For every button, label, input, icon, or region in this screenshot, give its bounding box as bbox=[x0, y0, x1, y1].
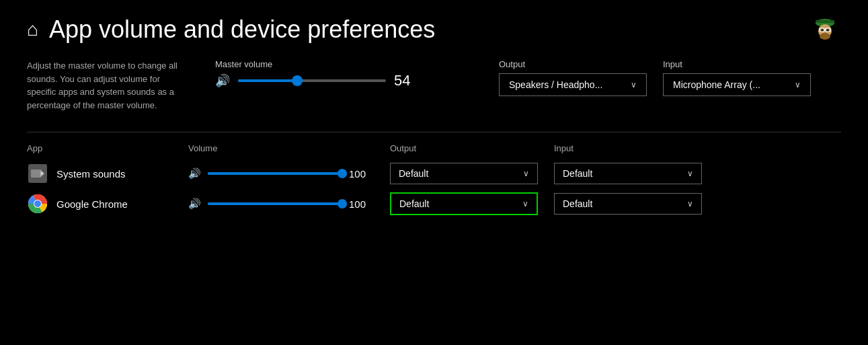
master-volume-row: 🔊 54 bbox=[215, 72, 418, 89]
master-slider-thumb[interactable] bbox=[292, 75, 303, 86]
input-selected: Microphone Array (... bbox=[673, 79, 760, 90]
input-group: Input Microphone Array (... ∨ bbox=[663, 59, 811, 96]
chrome-speaker-icon: 🔊 bbox=[188, 198, 201, 210]
chrome-name: Google Chrome bbox=[56, 198, 188, 210]
avatar bbox=[809, 13, 841, 46]
system-sounds-output-dropdown[interactable]: Default ∨ bbox=[390, 163, 538, 184]
chrome-volume-value: 100 bbox=[349, 198, 373, 210]
input-chevron-icon: ∨ bbox=[795, 80, 801, 89]
svg-rect-11 bbox=[31, 169, 40, 178]
chrome-input-chevron: ∨ bbox=[687, 199, 693, 208]
master-description: Adjust the master volume to change all s… bbox=[27, 59, 188, 112]
system-sounds-output-chevron: ∨ bbox=[523, 169, 529, 178]
speaker-icon: 🔊 bbox=[215, 73, 230, 88]
app-table-header: App Volume Output Input bbox=[27, 143, 841, 159]
master-volume-value: 54 bbox=[394, 72, 418, 89]
system-sounds-name: System sounds bbox=[56, 168, 188, 180]
device-dropdowns: Output Speakers / Headpho... ∨ Input Mic… bbox=[499, 59, 811, 96]
system-sounds-speaker-icon: 🔊 bbox=[188, 167, 201, 180]
system-sounds-output-value: Default bbox=[399, 168, 428, 179]
input-label: Input bbox=[663, 59, 811, 69]
output-group: Output Speakers / Headpho... ∨ bbox=[499, 59, 647, 96]
table-row: Google Chrome 🔊 100 Default ∨ Default ∨ bbox=[27, 188, 841, 219]
table-row: System sounds 🔊 100 Default ∨ Default ∨ bbox=[27, 159, 841, 188]
col-header-volume: Volume bbox=[188, 143, 390, 153]
svg-rect-1 bbox=[816, 20, 834, 23]
output-dropdown[interactable]: Speakers / Headpho... ∨ bbox=[499, 73, 647, 96]
system-sounds-volume-value: 100 bbox=[349, 168, 373, 180]
system-sounds-input-value: Default bbox=[563, 168, 592, 179]
master-section: Adjust the master volume to change all s… bbox=[27, 59, 841, 112]
chrome-slider-thumb[interactable] bbox=[338, 199, 347, 208]
master-volume-group: Master volume 🔊 54 bbox=[215, 59, 418, 89]
page-title: App volume and device preferences bbox=[49, 15, 435, 44]
col-header-app: App bbox=[27, 143, 188, 153]
home-icon[interactable]: ⌂ bbox=[27, 19, 38, 40]
svg-point-13 bbox=[40, 172, 43, 175]
chrome-input-value: Default bbox=[563, 198, 592, 209]
chrome-slider-fill bbox=[208, 202, 342, 205]
svg-point-9 bbox=[820, 33, 830, 40]
master-slider-fill bbox=[238, 79, 297, 82]
system-sounds-slider-thumb[interactable] bbox=[338, 169, 347, 178]
chrome-icon bbox=[27, 193, 48, 215]
system-sounds-icon bbox=[27, 163, 48, 184]
output-chevron-icon: ∨ bbox=[631, 80, 637, 89]
output-selected: Speakers / Headpho... bbox=[509, 79, 602, 90]
header-left: ⌂ App volume and device preferences bbox=[27, 15, 435, 44]
system-sounds-slider[interactable] bbox=[208, 172, 342, 175]
system-sounds-input-dropdown[interactable]: Default ∨ bbox=[554, 163, 702, 184]
svg-point-16 bbox=[34, 200, 41, 207]
chrome-volume-row: 🔊 100 bbox=[188, 198, 390, 210]
header: ⌂ App volume and device preferences bbox=[27, 13, 841, 46]
input-dropdown[interactable]: Microphone Array (... ∨ bbox=[663, 73, 811, 96]
col-header-input: Input bbox=[554, 143, 702, 153]
col-header-output: Output bbox=[390, 143, 538, 153]
chrome-input-dropdown[interactable]: Default ∨ bbox=[554, 193, 702, 215]
app-volume-page: ⌂ App volume and device preferences bbox=[0, 0, 868, 233]
chrome-output-chevron: ∨ bbox=[522, 199, 528, 208]
chrome-output-dropdown[interactable]: Default ∨ bbox=[390, 192, 538, 215]
chrome-slider[interactable] bbox=[208, 202, 342, 205]
system-sounds-volume-row: 🔊 100 bbox=[188, 167, 390, 180]
output-label: Output bbox=[499, 59, 647, 69]
master-volume-label: Master volume bbox=[215, 59, 418, 69]
divider bbox=[27, 132, 841, 132]
system-sounds-slider-fill bbox=[208, 172, 342, 175]
chrome-output-value: Default bbox=[399, 198, 429, 209]
system-sounds-input-chevron: ∨ bbox=[687, 169, 693, 178]
master-slider-track[interactable] bbox=[238, 79, 386, 82]
